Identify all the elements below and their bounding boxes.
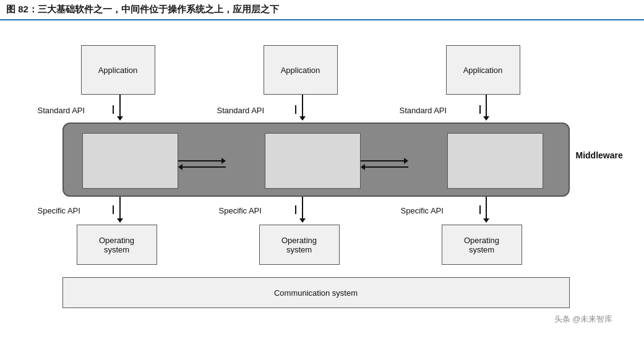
- tick-sp-1: [113, 205, 114, 214]
- header: 图 82：三大基础软件之一，中间件位于操作系统之上，应用层之下: [0, 0, 644, 20]
- arrow-mw2-down: [299, 197, 306, 223]
- mw-inner-3: [447, 133, 543, 189]
- os1-label: Operating system: [99, 236, 134, 254]
- app1-label: Application: [98, 66, 138, 75]
- arrow-mw1-down: [117, 197, 123, 223]
- tick-3: [479, 105, 481, 114]
- tick-sp-2: [295, 205, 296, 214]
- os-box-1: Operating system: [77, 225, 157, 265]
- standard-api-1: Standard API: [38, 106, 85, 115]
- arrow-app2-down: [299, 95, 306, 121]
- tick-1: [113, 105, 114, 114]
- arrow-app1-down: [117, 95, 123, 121]
- os3-label: Operating system: [464, 236, 499, 254]
- specific-api-3: Specific API: [401, 206, 444, 215]
- comm-label: Communication system: [274, 288, 358, 298]
- main-content: Application Application Application Stan…: [0, 20, 644, 340]
- arrow-app3-down: [483, 95, 489, 121]
- mw-inner-1: [82, 133, 178, 189]
- arrow-mw-left-1: [178, 164, 226, 170]
- os-box-3: Operating system: [442, 225, 522, 265]
- tick-2: [295, 105, 296, 114]
- app3-label: Application: [463, 66, 503, 75]
- arrow-mw-right-2: [361, 158, 408, 164]
- app-box-1: Application: [81, 45, 155, 95]
- watermark: 头条 @未来智库: [554, 314, 613, 325]
- os2-label: Operating system: [281, 236, 317, 254]
- arrow-mw-left-2: [361, 164, 408, 170]
- arrow-mw3-down: [483, 197, 489, 223]
- standard-api-2: Standard API: [217, 106, 265, 115]
- standard-api-3: Standard API: [400, 106, 447, 115]
- app-box-2: Application: [264, 45, 338, 95]
- specific-api-1: Specific API: [38, 206, 80, 215]
- arrow-mw-right-1: [178, 158, 226, 164]
- diagram: Application Application Application Stan…: [25, 27, 619, 330]
- specific-api-2: Specific API: [219, 206, 262, 215]
- os-box-2: Operating system: [259, 225, 340, 265]
- middleware-label: Middleware: [576, 150, 623, 160]
- comm-box: Communication system: [62, 277, 570, 308]
- app2-label: Application: [281, 66, 320, 75]
- header-text: 图 82：三大基础软件之一，中间件位于操作系统之上，应用层之下: [6, 4, 279, 14]
- middleware-container: [62, 123, 570, 197]
- tick-sp-3: [479, 205, 481, 214]
- app-box-3: Application: [446, 45, 520, 95]
- mw-inner-2: [265, 133, 361, 189]
